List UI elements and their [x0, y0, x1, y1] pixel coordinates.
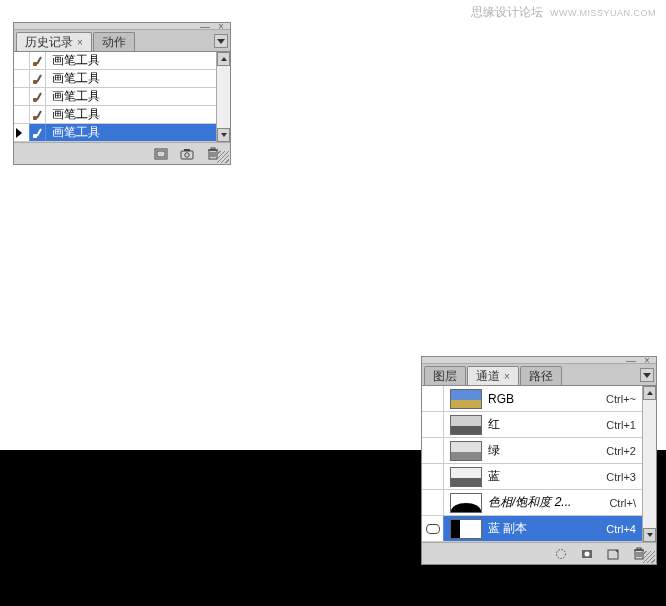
channel-label: 绿: [488, 442, 606, 459]
svg-rect-4: [184, 149, 190, 151]
tab-history-label: 历史记录: [25, 34, 73, 51]
history-row-label: 画笔工具: [46, 106, 100, 123]
svg-rect-10: [211, 148, 215, 150]
svg-point-13: [585, 551, 590, 556]
scroll-up-icon[interactable]: [217, 52, 230, 66]
eye-icon: [426, 524, 440, 534]
load-selection-icon[interactable]: [552, 546, 570, 562]
close-icon[interactable]: ×: [77, 37, 83, 48]
visibility-toggle[interactable]: [422, 464, 444, 489]
svg-point-11: [557, 549, 566, 558]
channels-panel-header[interactable]: — ×: [422, 357, 656, 364]
channel-shortcut: Ctrl+3: [606, 471, 642, 483]
resize-grip[interactable]: [217, 151, 229, 163]
channel-shortcut: Ctrl+2: [606, 445, 642, 457]
visibility-toggle[interactable]: [422, 516, 444, 541]
visibility-toggle[interactable]: [422, 412, 444, 437]
history-panel-header[interactable]: — ×: [14, 23, 230, 30]
history-footer: [14, 142, 230, 164]
channel-row[interactable]: 绿Ctrl+2: [422, 438, 656, 464]
panel-menu-button[interactable]: [640, 368, 654, 382]
history-row-label: 画笔工具: [46, 52, 100, 69]
scroll-track[interactable]: [217, 66, 230, 128]
channel-thumbnail: [450, 441, 482, 461]
channel-label: 色相/饱和度 2...: [488, 494, 609, 511]
channels-footer: [422, 542, 656, 564]
channel-thumbnail: [450, 493, 482, 513]
history-source-toggle[interactable]: [14, 52, 30, 69]
brush-icon: [30, 88, 46, 105]
channel-row[interactable]: 红Ctrl+1: [422, 412, 656, 438]
channel-label: 红: [488, 416, 606, 433]
channel-row[interactable]: 色相/饱和度 2...Ctrl+\: [422, 490, 656, 516]
resize-grip[interactable]: [643, 551, 655, 563]
tab-layers-label: 图层: [433, 368, 457, 385]
history-row-label: 画笔工具: [46, 88, 100, 105]
channel-shortcut: Ctrl+4: [606, 523, 642, 535]
new-channel-icon[interactable]: [604, 546, 622, 562]
save-selection-icon[interactable]: [578, 546, 596, 562]
history-row-label: 画笔工具: [46, 124, 100, 141]
watermark-text: 思缘设计论坛: [471, 5, 543, 19]
channels-panel: — × 图层 通道 × 路径 RGBCtrl+~红Ctrl+1绿Ctrl+2蓝C…: [421, 356, 657, 565]
channel-label: 蓝 副本: [488, 520, 606, 537]
scroll-track[interactable]: [643, 400, 656, 528]
channel-shortcut: Ctrl+~: [606, 393, 642, 405]
visibility-toggle[interactable]: [422, 438, 444, 463]
svg-rect-2: [181, 151, 193, 159]
channel-row[interactable]: RGBCtrl+~: [422, 386, 656, 412]
tab-channels[interactable]: 通道 ×: [467, 366, 519, 385]
channel-label: RGB: [488, 392, 606, 406]
channel-thumbnail: [450, 519, 482, 539]
history-source-toggle[interactable]: [14, 70, 30, 87]
channel-thumbnail: [450, 415, 482, 435]
close-icon[interactable]: ×: [504, 371, 510, 382]
history-row[interactable]: 画笔工具: [14, 124, 230, 142]
history-list: 画笔工具画笔工具画笔工具画笔工具画笔工具: [14, 52, 230, 142]
channel-shortcut: Ctrl+\: [609, 497, 642, 509]
tab-paths-label: 路径: [529, 368, 553, 385]
svg-rect-1: [157, 151, 165, 157]
history-source-toggle[interactable]: [14, 106, 30, 123]
history-row[interactable]: 画笔工具: [14, 106, 230, 124]
new-doc-from-state-icon[interactable]: [152, 146, 170, 162]
visibility-toggle[interactable]: [422, 386, 444, 411]
scroll-down-icon[interactable]: [217, 128, 230, 142]
scrollbar[interactable]: [642, 386, 656, 542]
channel-label: 蓝: [488, 468, 606, 485]
history-panel: — × 历史记录 × 动作 画笔工具画笔工具画笔工具画笔工具画笔工具: [13, 22, 231, 165]
tab-history[interactable]: 历史记录 ×: [16, 32, 92, 51]
svg-point-3: [185, 152, 189, 156]
tab-layers[interactable]: 图层: [424, 366, 466, 385]
history-row[interactable]: 画笔工具: [14, 52, 230, 70]
history-pointer-icon: [16, 128, 22, 138]
scroll-down-icon[interactable]: [643, 528, 656, 542]
watermark-url: WWW.MISSYUAN.COM: [550, 8, 656, 18]
tab-paths[interactable]: 路径: [520, 366, 562, 385]
tab-actions-label: 动作: [102, 34, 126, 51]
channel-row[interactable]: 蓝Ctrl+3: [422, 464, 656, 490]
panel-menu-button[interactable]: [214, 34, 228, 48]
scroll-up-icon[interactable]: [643, 386, 656, 400]
tab-channels-label: 通道: [476, 368, 500, 385]
history-row-label: 画笔工具: [46, 70, 100, 87]
channel-thumbnail: [450, 467, 482, 487]
channel-row[interactable]: 蓝 副本Ctrl+4: [422, 516, 656, 542]
channels-list: RGBCtrl+~红Ctrl+1绿Ctrl+2蓝Ctrl+3色相/饱和度 2..…: [422, 386, 656, 542]
tab-actions[interactable]: 动作: [93, 32, 135, 51]
visibility-toggle[interactable]: [422, 490, 444, 515]
channel-thumbnail: [450, 389, 482, 409]
svg-rect-20: [637, 548, 641, 550]
history-row[interactable]: 画笔工具: [14, 88, 230, 106]
history-source-toggle[interactable]: [14, 88, 30, 105]
brush-icon: [30, 52, 46, 69]
brush-icon: [30, 124, 46, 141]
history-tabs: 历史记录 × 动作: [14, 30, 230, 52]
watermark: 思缘设计论坛 WWW.MISSYUAN.COM: [471, 4, 656, 21]
brush-icon: [30, 106, 46, 123]
channels-tabs: 图层 通道 × 路径: [422, 364, 656, 386]
scrollbar[interactable]: [216, 52, 230, 142]
history-row[interactable]: 画笔工具: [14, 70, 230, 88]
snapshot-icon[interactable]: [178, 146, 196, 162]
channel-shortcut: Ctrl+1: [606, 419, 642, 431]
